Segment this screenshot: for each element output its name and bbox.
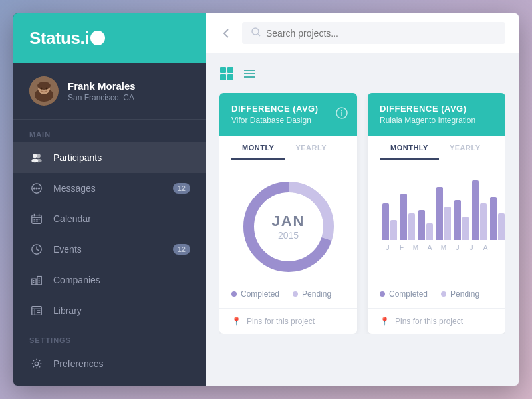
events-badge: 12 — [173, 244, 190, 255]
calendar-icon — [29, 211, 44, 226]
svg-rect-27 — [33, 280, 35, 281]
main-content: DIFFERENCE (AVG) Vifor Database Dasign — [206, 13, 519, 386]
preferences-icon — [29, 356, 44, 371]
bar-pending — [480, 203, 487, 240]
svg-point-39 — [252, 28, 259, 35]
completed-dot — [231, 291, 237, 297]
card-2-title: DIFFERENCE (AVG) — [380, 104, 493, 114]
card-1-tab-monthly[interactable]: MONTLY — [231, 136, 285, 160]
card-2-header: DIFFERENCE (AVG) Rulala Magento Integrat… — [368, 93, 505, 136]
svg-rect-44 — [227, 74, 233, 80]
library-icon — [29, 303, 44, 318]
sidebar-logo: Status.i — [13, 13, 206, 63]
window: Status.i — [13, 13, 519, 386]
svg-rect-29 — [39, 278, 40, 279]
card-1-legend: Completed Pending — [219, 280, 357, 308]
svg-rect-30 — [39, 280, 40, 281]
card-1-subtitle: Vifor Database Dasign — [231, 116, 345, 125]
grid-view-button[interactable] — [219, 66, 234, 81]
content-area: DIFFERENCE (AVG) Vifor Database Dasign — [206, 53, 519, 386]
bar-pending — [408, 213, 415, 240]
card-2-legend: Completed Pending — [368, 280, 505, 308]
svg-rect-41 — [220, 67, 226, 73]
legend-completed-2: Completed — [380, 289, 428, 299]
card-1-title: DIFFERENCE (AVG) — [231, 104, 345, 114]
main-section-label: MAIN — [13, 120, 206, 142]
avatar-svg — [29, 76, 59, 106]
card-2-tab-yearly[interactable]: YEARLY — [439, 136, 491, 160]
events-label: Events — [53, 244, 82, 255]
sidebar-item-preferences[interactable]: Preferences — [13, 348, 206, 379]
card-2-subtitle: Rulala Magento Integration — [380, 116, 493, 125]
logo-icon — [90, 31, 105, 45]
card-2-footer-text: Pins for this project — [395, 317, 463, 326]
avatar-image — [29, 76, 59, 106]
bar-pending — [498, 213, 505, 240]
card-2-tabs: MONTHLY YEARLY — [368, 136, 505, 160]
legend-pending-2: Pending — [441, 289, 479, 299]
back-button[interactable] — [219, 27, 233, 40]
card-1-footer-text: Pins for this project — [247, 317, 315, 326]
bar-completed — [490, 197, 497, 240]
svg-rect-42 — [227, 67, 233, 73]
bar-x-label: J — [382, 244, 393, 251]
sidebar-item-participants[interactable]: Participants — [13, 142, 206, 173]
search-bar — [242, 22, 505, 44]
messages-icon — [29, 181, 44, 196]
card-1-info-icon[interactable] — [336, 107, 348, 122]
bar-group — [382, 203, 397, 240]
card-1-tab-yearly[interactable]: YEARLY — [285, 136, 337, 160]
pending-dot — [293, 291, 298, 297]
bar-completed — [400, 194, 407, 240]
sidebar-item-calendar[interactable]: Calendar — [13, 203, 206, 234]
preferences-label: Preferences — [53, 358, 103, 369]
bar-completed — [472, 180, 479, 240]
svg-point-38 — [35, 362, 38, 365]
search-icon — [251, 27, 261, 39]
completed-label-2: Completed — [389, 289, 428, 299]
card-2-body: JFMAMJJA — [368, 160, 505, 280]
sidebar-item-messages[interactable]: Messages 12 — [13, 173, 206, 203]
participants-label: Participants — [53, 152, 102, 163]
search-input[interactable] — [266, 28, 496, 39]
bar-pending — [462, 217, 469, 240]
pending-label: Pending — [302, 289, 331, 299]
legend-pending: Pending — [293, 289, 331, 299]
card-2-tab-monthly[interactable]: MONTHLY — [380, 136, 439, 160]
bar-group — [472, 180, 487, 240]
card-2-footer: 📍 Pins for this project — [368, 308, 505, 334]
app-container: Status.i — [0, 0, 532, 399]
bar-group — [490, 197, 505, 240]
messages-label: Messages — [53, 183, 96, 194]
card-2: DIFFERENCE (AVG) Rulala Magento Integrat… — [368, 93, 505, 334]
pending-dot-2 — [441, 291, 446, 297]
calendar-label: Calendar — [53, 213, 91, 224]
svg-rect-20 — [39, 219, 40, 220]
bar-pending — [444, 207, 451, 240]
card-1-body: JAN 2015 — [219, 160, 357, 280]
bar-x-label: M — [438, 244, 449, 251]
svg-point-5 — [46, 88, 48, 90]
sidebar-profile: Frank Morales San Francisco, CA — [13, 63, 206, 120]
donut-year: 2015 — [271, 230, 305, 241]
sidebar-item-library[interactable]: Library — [13, 295, 206, 326]
donut-month: JAN — [271, 213, 305, 230]
bar-completed — [418, 210, 425, 240]
app-logo-text: Status.i — [29, 28, 89, 49]
svg-point-6 — [33, 154, 37, 158]
card-1-tabs: MONTLY YEARLY — [219, 136, 357, 160]
svg-rect-31 — [39, 282, 40, 283]
list-view-button[interactable] — [242, 66, 257, 81]
svg-point-3 — [37, 82, 51, 90]
view-controls — [219, 66, 505, 81]
card-1: DIFFERENCE (AVG) Vifor Database Dasign — [219, 93, 357, 334]
bar-x-label: J — [466, 244, 477, 251]
completed-label: Completed — [241, 289, 279, 299]
sidebar-item-events[interactable]: Events 12 — [13, 234, 206, 265]
companies-icon — [29, 273, 44, 287]
sidebar-item-companies[interactable]: Companies — [13, 265, 206, 295]
svg-point-13 — [39, 188, 40, 189]
svg-point-4 — [41, 88, 43, 90]
profile-location: San Francisco, CA — [68, 93, 136, 102]
donut-chart: JAN 2015 — [235, 174, 342, 280]
